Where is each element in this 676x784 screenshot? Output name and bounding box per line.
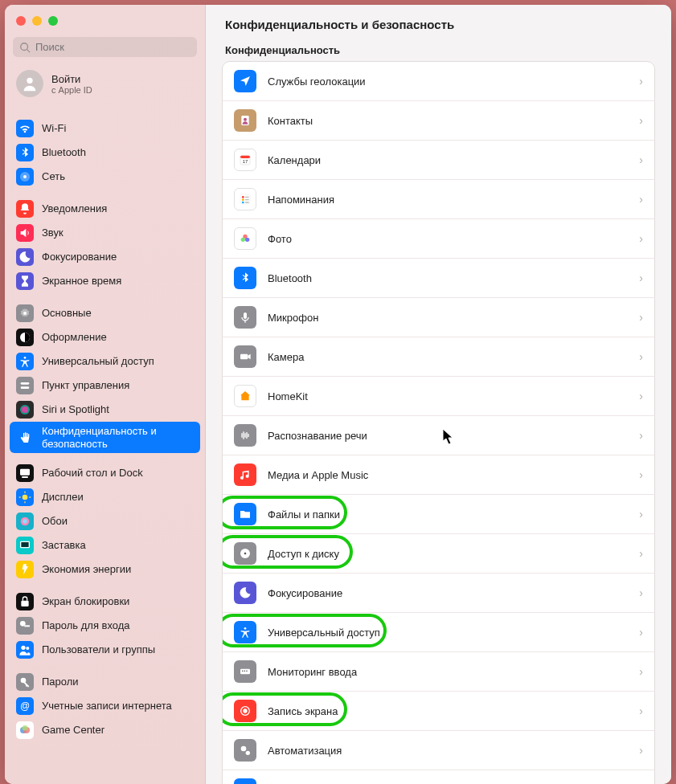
privacy-row-calendar[interactable]: 17Календари› bbox=[223, 140, 654, 179]
svg-point-26 bbox=[21, 646, 25, 650]
music-icon bbox=[234, 463, 256, 486]
bluetooth-icon bbox=[16, 144, 34, 161]
sidebar-item-users[interactable]: Пользователи и группы bbox=[10, 638, 200, 662]
sidebar-item-wallpaper[interactable]: Обои bbox=[10, 509, 200, 533]
svg-point-28 bbox=[21, 678, 27, 684]
sidebar-item-moon[interactable]: Фокусирование bbox=[10, 245, 200, 269]
sidebar-item-label: Экранное время bbox=[42, 275, 121, 288]
privacy-row-location[interactable]: Службы геолокации› bbox=[223, 62, 654, 100]
sidebar-item-label: Рабочий стол и Dock bbox=[42, 467, 143, 480]
window-controls bbox=[5, 5, 205, 34]
signin-row[interactable]: Войти с Apple ID bbox=[5, 63, 205, 108]
sidebar-item-lock[interactable]: Экран блокировки bbox=[10, 590, 200, 614]
privacy-row-appstore[interactable]: Управление приложениями› bbox=[223, 770, 654, 784]
svg-line-1 bbox=[27, 49, 31, 52]
sidebar-item-screensaver[interactable]: Заставка bbox=[10, 533, 200, 557]
svg-text:17: 17 bbox=[243, 159, 248, 164]
sidebar-item-dock[interactable]: Рабочий стол и Dock bbox=[10, 461, 200, 485]
svg-point-59 bbox=[241, 746, 247, 752]
sidebar-item-label: Bluetooth bbox=[42, 146, 86, 159]
sidebar-item-bell[interactable]: Уведомления bbox=[10, 197, 200, 221]
fullscreen-button[interactable] bbox=[48, 16, 58, 26]
svg-rect-54 bbox=[242, 671, 243, 672]
search-field[interactable] bbox=[13, 37, 197, 57]
sidebar-item-display[interactable]: Дисплеи bbox=[10, 485, 200, 509]
privacy-row-music[interactable]: Медиа и Apple Music› bbox=[223, 455, 654, 494]
row-label: Камера bbox=[268, 351, 628, 363]
moon-icon bbox=[16, 248, 34, 266]
row-label: Запись экрана bbox=[268, 705, 628, 717]
privacy-row-moon[interactable]: Фокусирование› bbox=[223, 573, 654, 612]
privacy-row-folder[interactable]: Файлы и папки› bbox=[223, 494, 654, 533]
sidebar-item-key[interactable]: Пароль для входа bbox=[10, 614, 200, 638]
main-scroll[interactable]: Конфиденциальность Службы геолокации›Кон… bbox=[206, 38, 671, 784]
svg-point-40 bbox=[242, 198, 244, 201]
sidebar-item-label: Дисплеи bbox=[42, 491, 84, 504]
key-icon bbox=[16, 617, 34, 635]
sidebar-item-label: Пользователи и группы bbox=[42, 643, 155, 656]
privacy-row-accessibility[interactable]: Универсальный доступ› bbox=[223, 612, 654, 651]
sidebar-item-control[interactable]: Пункт управления bbox=[10, 374, 200, 398]
sidebar-item-sound[interactable]: Звук bbox=[10, 221, 200, 245]
close-button[interactable] bbox=[16, 16, 26, 26]
svg-point-41 bbox=[242, 202, 244, 204]
chevron-right-icon: › bbox=[639, 547, 643, 560]
privacy-row-mic[interactable]: Микрофон› bbox=[223, 297, 654, 337]
privacy-row-inputmon[interactable]: Мониторинг ввода› bbox=[223, 651, 654, 691]
sidebar-item-gear[interactable]: Основные bbox=[10, 301, 200, 325]
svg-rect-13 bbox=[22, 476, 28, 478]
chevron-right-icon: › bbox=[639, 311, 643, 324]
sidebar-item-network[interactable]: Сеть bbox=[10, 165, 200, 189]
chevron-right-icon: › bbox=[639, 350, 643, 363]
sidebar-item-wifi[interactable]: Wi-Fi bbox=[10, 116, 200, 141]
sidebar-item-at[interactable]: @Учетные записи интернета bbox=[10, 694, 200, 718]
sidebar-item-hand[interactable]: Конфиденциальность и безопасность bbox=[10, 422, 200, 453]
network-icon bbox=[16, 168, 34, 186]
keys-icon bbox=[16, 673, 34, 691]
sidebar-item-battery[interactable]: Экономия энергии bbox=[10, 557, 200, 582]
sidebar-item-keys[interactable]: Пароли bbox=[10, 670, 200, 694]
svg-point-2 bbox=[27, 78, 32, 84]
privacy-row-record[interactable]: Запись экрана› bbox=[223, 691, 654, 730]
svg-rect-22 bbox=[21, 542, 28, 547]
privacy-row-camera[interactable]: Камера› bbox=[223, 337, 654, 376]
minimize-button[interactable] bbox=[32, 16, 42, 26]
sidebar-item-gamecenter[interactable]: Game Center bbox=[10, 718, 200, 742]
privacy-row-bluetooth[interactable]: Bluetooth› bbox=[223, 258, 654, 297]
sidebar-item-label: Оформление bbox=[42, 331, 107, 344]
sidebar-item-accessibility[interactable]: Универсальный доступ bbox=[10, 349, 200, 374]
siri-icon bbox=[16, 401, 34, 419]
svg-rect-48 bbox=[244, 312, 247, 319]
row-label: Bluetooth bbox=[268, 272, 628, 284]
screensaver-icon bbox=[16, 537, 34, 554]
row-label: Фокусирование bbox=[268, 587, 628, 599]
appstore-icon bbox=[234, 778, 256, 784]
sidebar-item-hourglass[interactable]: Экранное время bbox=[10, 269, 200, 293]
privacy-row-home[interactable]: HomeKit› bbox=[223, 376, 654, 415]
row-label: Файлы и папки bbox=[268, 508, 628, 521]
privacy-panel: Службы геолокации›Контакты›17Календари›Н… bbox=[222, 61, 655, 784]
svg-point-4 bbox=[23, 175, 27, 178]
privacy-row-speech[interactable]: Распознавание речи› bbox=[223, 415, 654, 455]
sidebar-item-appearance[interactable]: Оформление bbox=[10, 325, 200, 349]
sidebar-scroll[interactable]: Wi-FiBluetoothСетьУведомленияЗвукФокусир… bbox=[5, 108, 205, 784]
sidebar-item-label: Пароли bbox=[42, 676, 79, 688]
privacy-row-reminders[interactable]: Напоминания› bbox=[223, 179, 654, 218]
svg-rect-49 bbox=[240, 354, 248, 360]
svg-point-34 bbox=[244, 118, 247, 121]
chevron-right-icon: › bbox=[639, 153, 643, 166]
svg-rect-55 bbox=[244, 671, 245, 672]
chevron-right-icon: › bbox=[639, 193, 643, 206]
sidebar-item-label: Звук bbox=[42, 227, 64, 239]
chevron-right-icon: › bbox=[639, 114, 643, 127]
privacy-row-automation[interactable]: Автоматизация› bbox=[223, 730, 654, 770]
svg-rect-8 bbox=[21, 382, 30, 385]
svg-point-32 bbox=[23, 725, 28, 731]
wifi-icon bbox=[16, 120, 34, 137]
search-input[interactable] bbox=[35, 41, 191, 53]
sidebar-item-siri[interactable]: Siri и Spotlight bbox=[10, 398, 200, 422]
privacy-row-disk[interactable]: Доступ к диску› bbox=[223, 533, 654, 573]
privacy-row-photos[interactable]: Фото› bbox=[223, 218, 654, 258]
sidebar-item-bluetooth[interactable]: Bluetooth bbox=[10, 141, 200, 165]
privacy-row-contacts[interactable]: Контакты› bbox=[223, 100, 654, 140]
